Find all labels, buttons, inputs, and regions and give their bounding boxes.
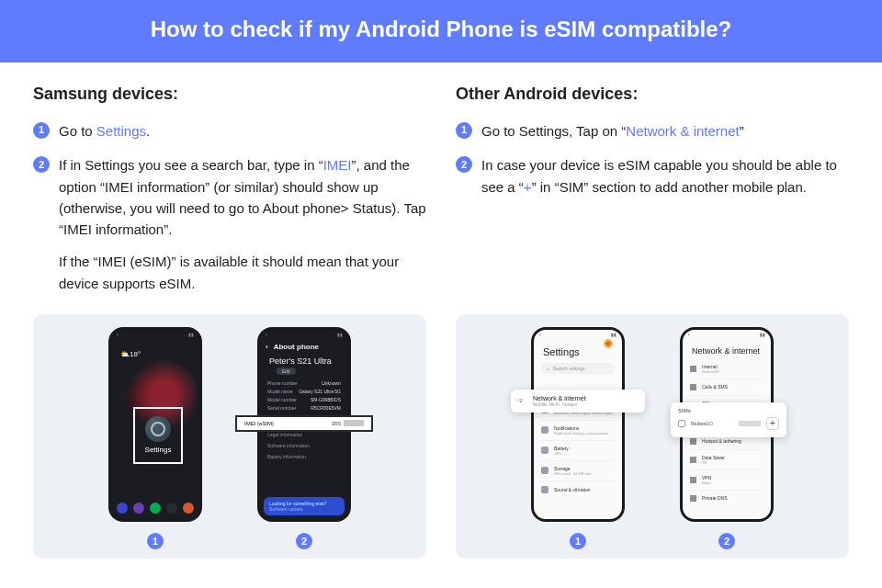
plus-link[interactable]: + [524,179,532,195]
other-shot-1: •▮▮ Settings ⌕ Search settings AppsAssis… [531,327,625,549]
imei-link[interactable]: IMEI [323,157,352,173]
samsung-steps: 1 Go to Settings. 2 If in Settings you s… [33,120,426,294]
imei-highlight: IMEI (eSIM) 355 [235,415,373,432]
imei-label: IMEI (eSIM) [244,421,274,426]
other-heading: Other Android devices: [456,85,849,104]
row-sub: RedteaGO [702,369,763,374]
content-columns: Samsung devices: 1 Go to Settings. 2 If … [0,62,882,314]
spec-value: SM-G998B/DS [311,397,341,402]
samsung-screenshots: •▮▮ ⛅18° Settings 1 • [33,314,426,559]
page-header: How to check if my Android Phone is eSIM… [0,0,882,62]
samsung-shot-1: •▮▮ ⛅18° Settings 1 [108,327,202,549]
step-body: Go to Settings, Tap on “Network & intern… [481,120,849,141]
step-body: If in Settings you see a search bar, typ… [59,154,426,294]
spec-label: Serial number [267,405,296,411]
row-sub: 78% [554,451,569,456]
about-label: About phone [274,343,319,351]
sound-icon [541,486,548,493]
callout-sub: Mobile, Wi-Fi, hotspot [533,401,586,407]
shot-number: 2 [296,533,312,549]
row-sub: None [702,481,763,485]
storage-icon [541,467,548,474]
hotspot-icon [690,438,696,445]
row-label: Private DNS [702,495,763,501]
dock-icon [133,503,144,514]
imei-mask [344,420,364,426]
internet-icon [690,366,696,372]
sim-slot-icon [678,420,685,427]
dim-item: Software information [267,443,341,448]
device-name-text: Peter's S21 Ultra [269,356,332,366]
step-bullet: 2 [33,156,50,173]
other-steps: 1 Go to Settings, Tap on “Network & inte… [456,120,849,198]
plus-icon: + [766,417,779,430]
spec-label: Phone number [267,380,298,386]
spec-list: Phone numberUnknown Model nameGalaxy S21… [260,377,348,417]
shot-number: 1 [147,533,164,549]
step-bullet: 1 [33,122,50,139]
samsung-step-2: 2 If in Settings you see a search bar, t… [33,154,426,294]
battery-icon [541,447,548,454]
settings-link[interactable]: Settings [96,123,146,139]
row-label: Battery [554,446,569,451]
step-text: . [146,123,150,139]
other-step-2: 2 In case your device is eSIM capable yo… [456,154,849,198]
spec-label: Model name [267,389,293,394]
back-icon: ‹ [266,343,268,351]
settings-highlight: Settings [133,407,183,464]
callout-title: Network & internet [533,395,586,401]
statusbar: •▮▮ [111,330,199,339]
about-phone-title: ‹ About phone [260,339,348,355]
spec-value: R5CR30E5VM [311,405,341,411]
row-sub: 48% used · 64 GB free [554,471,591,476]
row-sub: Notification history, conversations [554,431,608,435]
dock-icon [166,503,177,514]
device-name: Peter's S21 Ultra Edit [260,355,348,377]
sims-title: SIMs [678,408,779,413]
phone-mock: •▮▮ ⛅18° Settings [108,327,202,522]
calls-icon [690,384,696,390]
footer-bot: Software update [269,506,339,512]
vpn-icon [690,477,696,483]
shot-number: 2 [718,533,735,549]
dns-icon [690,495,696,502]
step-text: ” in “SIM” section to add another mobile… [532,179,807,195]
step-text: Go to Settings, Tap on “ [481,123,626,139]
search-icon: ⌕ [547,366,549,371]
other-screenshots: •▮▮ Settings ⌕ Search settings AppsAssis… [456,314,849,559]
saver-icon [690,457,696,463]
spec-value: Unknown [322,380,341,386]
statusbar: •▮▮ [683,330,771,339]
network-callout: ᯤ Network & internet Mobile, Wi-Fi, hots… [511,390,645,413]
sim-mask [739,421,761,426]
row-label: Hotspot & tethering [702,438,763,444]
sims-callout: SIMs RedteaGO + [671,402,786,437]
step-text: If in Settings you see a search bar, typ… [59,157,323,173]
samsung-shot-2: •▮▮ ‹ About phone Peter's S21 Ultra Edit… [257,327,351,549]
ni-title: Network & internet [683,339,771,359]
imei-prefix: 355 [332,421,341,426]
gear-icon [145,416,171,442]
shot-number: 1 [570,533,586,549]
other-column: Other Android devices: 1 Go to Settings,… [456,85,849,307]
step-bullet: 2 [456,156,472,173]
edit-pill: Edit [277,368,296,375]
other-step-1: 1 Go to Settings, Tap on “Network & inte… [456,120,849,141]
other-shot-2: •▮▮ Network & internet InternetRedteaGO … [680,327,774,549]
spec-label: Model number [267,397,297,402]
row-label: Calls & SMS [702,384,763,390]
step-text: ” [740,123,744,139]
search-bar: ⌕ Search settings [541,363,615,374]
dock-icon [117,503,128,514]
screenshot-rows: •▮▮ ⛅18° Settings 1 • [0,314,882,559]
step-text: If the “IMEI (eSIM)” is available it sho… [59,251,426,294]
weather-widget: ⛅18° [120,350,141,358]
dock-icon [183,503,194,514]
step-body: In case your device is eSIM capable you … [481,154,849,198]
footer-hint: Looking for something else? Software upd… [264,497,345,515]
network-internet-link[interactable]: Network & internet [626,123,739,139]
statusbar: •▮▮ [534,330,622,339]
settings-label: Settings [145,446,172,454]
notif-icon [541,426,548,434]
samsung-column: Samsung devices: 1 Go to Settings. 2 If … [33,85,426,307]
